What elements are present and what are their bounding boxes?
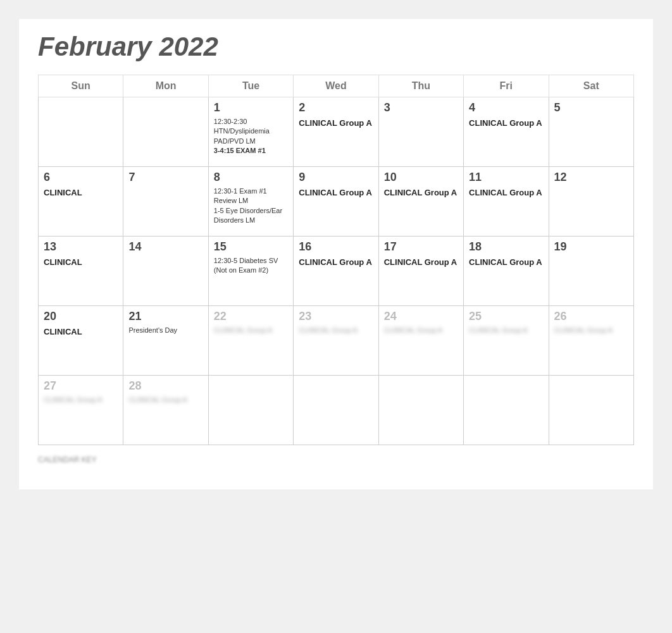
day-number: 5 — [554, 101, 628, 114]
calendar-cell: 21President's Day — [123, 306, 208, 376]
cell-event: CLINICAL Group A — [44, 395, 118, 405]
calendar-cell — [378, 376, 463, 445]
day-number: 28 — [128, 379, 202, 393]
day-number: 27 — [44, 379, 118, 393]
clinical-plain-label: CLINICAL — [44, 257, 82, 267]
cell-event: CLINICAL Group A — [384, 187, 458, 199]
calendar-cell: 4CLINICAL Group A — [464, 97, 549, 167]
calendar-cell: 27CLINICAL Group A — [39, 376, 123, 445]
clinical-label: CLINICAL Group A — [469, 118, 542, 128]
cell-event: CLINICAL Group A — [299, 117, 373, 129]
calendar-cell: 12 — [549, 167, 633, 237]
day-number: 15 — [214, 240, 288, 254]
day-number: 16 — [299, 240, 373, 254]
day-number: 17 — [384, 240, 458, 254]
calendar-cell: 9CLINICAL Group A — [294, 167, 378, 237]
footer-note: CALENDAR KEY — [38, 455, 634, 464]
calendar-cell: 20CLINICAL — [39, 306, 123, 376]
cell-event: CLINICAL Group A — [128, 395, 202, 405]
calendar-cell: 112:30-2:30 HTN/DyslipidemiaPAD/PVD LM3-… — [208, 97, 293, 167]
day-header-thu: Thu — [378, 75, 463, 97]
day-number: 10 — [384, 171, 458, 184]
calendar-cell: 23CLINICAL Group A — [294, 306, 378, 376]
day-header-mon: Mon — [123, 75, 208, 97]
cell-event: CLINICAL Group A — [469, 256, 543, 268]
cell-event: CLINICAL — [44, 256, 118, 268]
calendar-cell: 11CLINICAL Group A — [464, 167, 549, 237]
cell-event: CLINICAL Group A — [299, 326, 373, 335]
calendar-body: 112:30-2:30 HTN/DyslipidemiaPAD/PVD LM3-… — [39, 97, 634, 445]
day-number: 6 — [44, 171, 118, 184]
cell-event: CLINICAL Group A — [469, 117, 543, 129]
event-line: 12:30-2:30 HTN/Dyslipidemia — [214, 117, 288, 137]
calendar-cell: 7 — [123, 167, 208, 237]
calendar-cell: 16CLINICAL Group A — [294, 237, 378, 306]
day-number: 12 — [554, 171, 628, 184]
week-row-1: 6CLINICAL7812:30-1 Exam #1 Review LM1-5 … — [39, 167, 634, 237]
calendar-cell: 19 — [549, 237, 633, 306]
day-number: 24 — [384, 310, 458, 323]
day-number: 13 — [44, 240, 118, 254]
day-number: 2 — [299, 101, 373, 114]
clinical-plain-label: CLINICAL — [44, 188, 82, 197]
event-line: 12:30-5 Diabetes SV — [214, 256, 288, 266]
day-number: 22 — [214, 310, 288, 323]
event-line: (Not on Exam #2) — [214, 266, 288, 275]
week-row-0: 112:30-2:30 HTN/DyslipidemiaPAD/PVD LM3-… — [39, 97, 634, 167]
event-line: President's Day — [128, 326, 202, 335]
calendar-cell — [208, 376, 293, 445]
cell-event: CLINICAL Group A — [299, 256, 373, 268]
clinical-label: CLINICAL Group A — [299, 188, 372, 197]
calendar-cell — [39, 97, 123, 167]
day-number: 3 — [384, 101, 458, 114]
calendar-cell: 1512:30-5 Diabetes SV(Not on Exam #2) — [208, 237, 293, 306]
clinical-label: CLINICAL Group A — [299, 257, 372, 267]
calendar-cell: 13CLINICAL — [39, 237, 123, 306]
calendar-cell: 17CLINICAL Group A — [378, 237, 463, 306]
cell-event: 12:30-5 Diabetes SV(Not on Exam #2) — [214, 256, 288, 276]
cell-event: 12:30-1 Exam #1 Review LM1-5 Eye Disorde… — [214, 187, 288, 226]
month-title: February 2022 — [38, 32, 634, 62]
event-line: PAD/PVD LM — [214, 137, 288, 146]
cell-event: 12:30-2:30 HTN/DyslipidemiaPAD/PVD LM3-4… — [214, 117, 288, 156]
day-number: 26 — [554, 310, 628, 323]
page-container: February 2022 SunMonTueWedThuFriSat 112:… — [19, 19, 653, 489]
clinical-label: CLINICAL Group A — [469, 257, 542, 267]
day-number: 1 — [214, 101, 288, 114]
calendar-cell: 26CLINICAL Group A — [549, 306, 633, 376]
calendar-cell: 5 — [549, 97, 633, 167]
clinical-label: CLINICAL Group A — [299, 118, 372, 128]
calendar-cell: 24CLINICAL Group A — [378, 306, 463, 376]
day-header-wed: Wed — [294, 75, 378, 97]
day-header-tue: Tue — [208, 75, 293, 97]
cell-event: CLINICAL Group A — [469, 187, 543, 199]
cell-event: CLINICAL Group A — [554, 326, 628, 335]
day-number: 19 — [554, 240, 628, 254]
day-number: 8 — [214, 171, 288, 184]
day-header-sat: Sat — [549, 75, 633, 97]
week-row-4: 27CLINICAL Group A28CLINICAL Group A — [39, 376, 634, 445]
cell-event: CLINICAL Group A — [469, 326, 543, 335]
calendar-cell — [123, 97, 208, 167]
day-number: 9 — [299, 171, 373, 184]
calendar-cell: 2CLINICAL Group A — [294, 97, 378, 167]
day-header-fri: Fri — [464, 75, 549, 97]
event-line: 12:30-1 Exam #1 Review LM — [214, 187, 288, 206]
cell-event: CLINICAL Group A — [214, 326, 288, 335]
week-row-3: 20CLINICAL21President's Day22CLINICAL Gr… — [39, 306, 634, 376]
day-number: 25 — [469, 310, 543, 323]
calendar-cell: 25CLINICAL Group A — [464, 306, 549, 376]
calendar-cell — [294, 376, 378, 445]
calendar-cell: 18CLINICAL Group A — [464, 237, 549, 306]
day-number: 14 — [128, 240, 202, 254]
clinical-plain-label: CLINICAL — [44, 327, 82, 336]
calendar-cell: 6CLINICAL — [39, 167, 123, 237]
cell-event: CLINICAL Group A — [384, 326, 458, 335]
calendar-cell — [549, 376, 633, 445]
cell-event: President's Day — [128, 326, 202, 335]
day-number: 23 — [299, 310, 373, 323]
day-number: 20 — [44, 310, 118, 323]
cell-event: CLINICAL — [44, 187, 118, 199]
cell-event: CLINICAL — [44, 326, 118, 338]
day-headers: SunMonTueWedThuFriSat — [39, 75, 634, 97]
